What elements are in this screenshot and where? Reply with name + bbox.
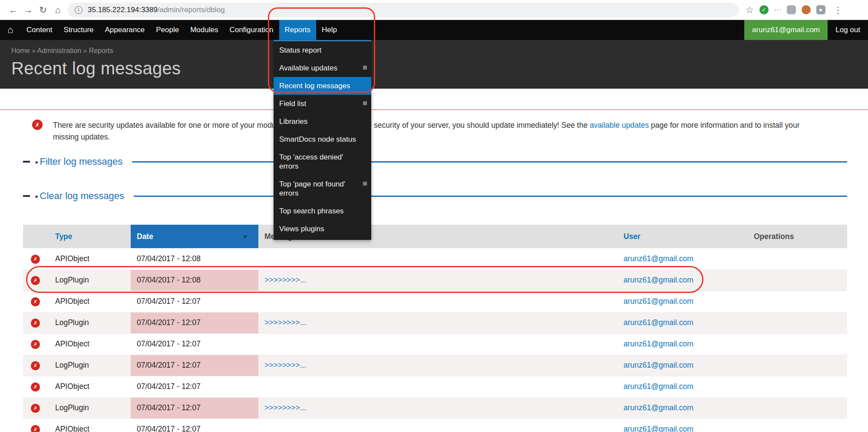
reports-dropdown: Status reportAvailable updatesRecent log…	[274, 40, 371, 240]
extension-check-icon[interactable]: ✓	[759, 5, 769, 14]
reload-icon[interactable]: ↻	[36, 3, 50, 17]
column-header-date[interactable]: Date▼	[131, 225, 258, 248]
page-header: Home » Administration » Reports Recent l…	[0, 40, 868, 89]
message-link[interactable]: >>>>>>>>...	[264, 318, 306, 327]
user-link[interactable]: arunz61@gmail.com	[624, 382, 693, 391]
extension-orange-icon[interactable]	[802, 5, 811, 14]
operations-cell	[748, 355, 847, 376]
browser-home-icon[interactable]: ⌂	[50, 3, 65, 17]
dropdown-item-available-updates[interactable]: Available updates	[274, 59, 371, 77]
severity-cell: ✗	[23, 355, 49, 376]
date-cell: 07/04/2017 - 12:07	[131, 397, 258, 419]
filter-log-messages-legend[interactable]: Filter log messages	[40, 156, 123, 167]
message-cell: >>>>>>>>...	[258, 397, 617, 419]
error-icon: ✗	[31, 340, 40, 349]
error-icon: ✗	[31, 361, 40, 370]
menu-item-reports[interactable]: Reports	[279, 20, 317, 40]
message-cell	[258, 333, 617, 355]
menu-item-help[interactable]: Help	[316, 20, 343, 40]
operations-cell	[748, 397, 847, 419]
menu-item-structure[interactable]: Structure	[58, 20, 99, 40]
breadcrumb-separator: »	[81, 47, 89, 54]
dropdown-item-status-report[interactable]: Status report	[274, 41, 371, 59]
table-row: ✗LogPlugin07/04/2017 - 12:08>>>>>>>>...a…	[23, 269, 847, 291]
menu-item-appearance[interactable]: Appearance	[99, 20, 151, 40]
dropdown-item-libraries[interactable]: Libraries	[274, 113, 371, 130]
dropdown-item-top-search-phrases[interactable]: Top search phrases	[274, 202, 371, 220]
browser-menu-icon[interactable]: ⋮	[831, 5, 845, 15]
fieldset-dash	[23, 161, 30, 163]
user-cell: arunz61@gmail.com	[617, 419, 748, 432]
user-link[interactable]: arunz61@gmail.com	[624, 318, 693, 327]
operations-cell	[748, 312, 847, 333]
clear-log-messages-legend[interactable]: Clear log messages	[40, 190, 124, 202]
table-row: ✗LogPlugin07/04/2017 - 12:07>>>>>>>>...a…	[23, 312, 847, 333]
user-link[interactable]: arunz61@gmail.com	[624, 276, 693, 284]
admin-toolbar: ⌂ ContentStructureAppearancePeopleModule…	[0, 20, 868, 40]
dropdown-item-top-access-denied-errors[interactable]: Top 'access denied' errors	[274, 148, 371, 175]
browser-extensions-area: ☆ ✓ ⋯ ⋮	[746, 5, 845, 15]
table-row: ✗APIObject07/04/2017 - 12:07arunz61@gmai…	[23, 376, 847, 397]
breadcrumb-link-reports[interactable]: Reports	[89, 47, 113, 54]
bookmark-star-icon[interactable]: ☆	[746, 5, 754, 15]
operations-cell	[748, 291, 847, 312]
dropdown-item-label: Libraries	[279, 117, 307, 126]
url-path: /admin/reports/dblog	[158, 6, 225, 14]
type-cell: APIObject	[49, 419, 131, 432]
type-cell: APIObject	[49, 291, 131, 312]
menu-item-modules[interactable]: Modules	[185, 20, 224, 40]
error-message: ✗ There are security updates available f…	[0, 110, 868, 154]
menu-item-configuration[interactable]: Configuration	[224, 20, 279, 40]
message-link[interactable]: >>>>>>>>...	[264, 361, 306, 369]
user-link[interactable]: arunz61@gmail.com	[624, 339, 693, 348]
back-icon[interactable]: ←	[6, 3, 21, 17]
log-table-body: ✗APIObject07/04/2017 - 12:08arunz61@gmai…	[23, 248, 847, 432]
dropdown-item-field-list[interactable]: Field list	[274, 95, 371, 113]
message-link[interactable]: >>>>>>>>...	[264, 276, 306, 284]
dropdown-item-top-page-not-found-errors[interactable]: Top 'page not found' errors	[274, 175, 371, 202]
user-link[interactable]: arunz61@gmail.com	[624, 297, 693, 306]
table-header-row: TypeDate▼MessageUserOperations	[23, 225, 847, 248]
operations-cell	[748, 269, 847, 291]
table-row: ✗APIObject07/04/2017 - 12:07arunz61@gmai…	[23, 291, 847, 312]
menu-item-people[interactable]: People	[150, 20, 185, 40]
extension-gray-icon[interactable]	[787, 5, 796, 14]
dropdown-item-smartdocs-node-status[interactable]: SmartDocs node status	[274, 130, 371, 148]
breadcrumb-link-home[interactable]: Home	[11, 47, 30, 54]
dropdown-item-recent-log-messages[interactable]: Recent log messages	[274, 77, 371, 95]
admin-menu: ContentStructureAppearancePeopleModulesC…	[21, 20, 343, 40]
message-link[interactable]: >>>>>>>>...	[264, 403, 306, 412]
severity-cell: ✗	[23, 333, 49, 355]
available-updates-link[interactable]: available updates	[590, 121, 649, 130]
dropdown-item-label: SmartDocs node status	[279, 135, 356, 143]
column-header-user[interactable]: User	[617, 225, 748, 248]
operations-cell	[748, 333, 847, 355]
severity-cell: ✗	[23, 248, 49, 269]
forward-icon[interactable]: →	[21, 3, 36, 17]
site-info-icon[interactable]: i	[75, 6, 83, 14]
screen: ← → ↻ ⌂ i 35.185.222.194:3389/admin/repo…	[0, 0, 868, 432]
breadcrumb-link-administration[interactable]: Administration	[37, 47, 81, 54]
sort-descending-icon: ▼	[242, 233, 248, 240]
logout-link[interactable]: Log out	[828, 20, 868, 40]
message-cell: >>>>>>>>...	[258, 355, 617, 376]
user-link[interactable]: arunz61@gmail.com	[624, 254, 693, 263]
extension-square-icon[interactable]	[816, 5, 825, 14]
toolbar-right: arunz61@gmail.com Log out	[744, 20, 868, 40]
error-icon: ✗	[31, 297, 40, 306]
user-cell: arunz61@gmail.com	[617, 355, 748, 376]
dropdown-item-views-plugins[interactable]: Views plugins	[274, 220, 371, 238]
column-header-type[interactable]: Type	[49, 225, 131, 248]
date-cell: 07/04/2017 - 12:07	[131, 355, 258, 376]
menu-item-content[interactable]: Content	[21, 20, 58, 40]
drupal-home-icon[interactable]: ⌂	[0, 20, 21, 40]
date-cell: 07/04/2017 - 12:07	[131, 312, 258, 333]
account-badge[interactable]: arunz61@gmail.com	[744, 20, 828, 40]
user-link[interactable]: arunz61@gmail.com	[624, 425, 693, 432]
message-cell: >>>>>>>>...	[258, 312, 617, 333]
extension-overflow-icon[interactable]: ⋯	[774, 5, 781, 14]
user-link[interactable]: arunz61@gmail.com	[624, 403, 693, 412]
user-cell: arunz61@gmail.com	[617, 248, 748, 269]
address-bar[interactable]: i 35.185.222.194:3389/admin/reports/dblo…	[68, 3, 739, 17]
user-link[interactable]: arunz61@gmail.com	[624, 361, 693, 369]
